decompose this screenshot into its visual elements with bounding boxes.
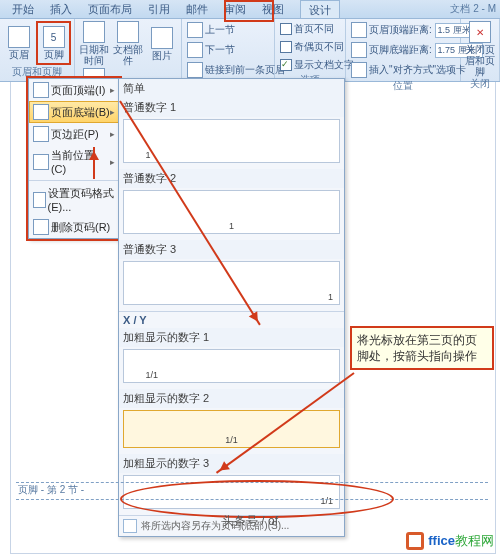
show-doc-text-checkbox[interactable]: 显示文档文字 bbox=[278, 57, 342, 73]
parts-button[interactable]: 文档部件 bbox=[112, 21, 144, 66]
gallery-item-label: 加粗显示的数字 3 bbox=[119, 454, 344, 473]
ribbon: 页眉 5页脚 页眉和页脚 日期和时间 文档部件 图片 剪贴画 插入 上一节 下一… bbox=[0, 19, 500, 82]
menu-current-pos[interactable]: 当前位置(C)▸ bbox=[29, 145, 119, 178]
close-hf-button[interactable]: ✕关闭页眉和页脚 bbox=[464, 21, 496, 77]
calendar-icon bbox=[83, 21, 105, 43]
annotation-arrow bbox=[93, 147, 95, 179]
first-page-diff-checkbox[interactable]: 首页不同 bbox=[278, 21, 342, 37]
header-icon bbox=[8, 26, 30, 48]
checkbox-checked-icon bbox=[280, 59, 292, 71]
checkbox-icon bbox=[280, 41, 292, 53]
page-num-preview: 1 bbox=[229, 221, 234, 231]
header-button[interactable]: 页眉 bbox=[3, 21, 34, 65]
tab-layout[interactable]: 页面布局 bbox=[80, 0, 140, 18]
delete-icon bbox=[33, 219, 49, 235]
prev-icon bbox=[187, 22, 203, 38]
gallery-section-xy: X / Y bbox=[119, 311, 344, 328]
gallery-item-label: 加粗显示的数字 1 bbox=[119, 328, 344, 347]
tab-insert[interactable]: 插入 bbox=[42, 0, 80, 18]
ruler-icon bbox=[351, 22, 367, 38]
gallery-thumb-plain2[interactable]: 1 bbox=[123, 190, 340, 234]
chevron-right-icon: ▸ bbox=[110, 157, 115, 167]
odd-even-diff-checkbox[interactable]: 奇偶页不同 bbox=[278, 39, 342, 55]
ruler-icon bbox=[351, 42, 367, 58]
format-icon bbox=[33, 192, 46, 208]
gallery-thumb-bold1[interactable]: 1/1 bbox=[123, 349, 340, 383]
watermark: ffice教程网 bbox=[406, 532, 494, 550]
separator bbox=[29, 180, 119, 181]
header-dist-field[interactable]: 页眉顶端距离: 1.5 厘米 bbox=[349, 21, 457, 39]
gallery-item-label: 普通数字 2 bbox=[119, 169, 344, 188]
group-header-footer: 页眉和页脚 bbox=[3, 65, 71, 79]
page-margin-icon bbox=[33, 126, 49, 142]
tab-mailings[interactable]: 邮件 bbox=[178, 0, 216, 18]
gallery-thumb-bold2[interactable]: 1/1 bbox=[123, 410, 340, 448]
instruction-callout: 将光标放在第三页的页脚处，按箭头指向操作 bbox=[350, 326, 494, 370]
gallery-item-label: 普通数字 1 bbox=[119, 98, 344, 117]
parts-icon bbox=[117, 21, 139, 43]
page-number-menu: 页面顶端(I)▸ 页面底端(B)▸ 页边距(P)▸ 当前位置(C)▸ 设置页码格… bbox=[28, 78, 120, 239]
tab-home[interactable]: 开始 bbox=[4, 0, 42, 18]
checkbox-icon bbox=[280, 23, 292, 35]
menu-page-bottom[interactable]: 页面底端(B)▸ bbox=[29, 101, 119, 123]
link-prev-button[interactable]: 链接到前一条页眉 bbox=[185, 61, 271, 79]
prev-section-button[interactable]: 上一节 bbox=[185, 21, 271, 39]
group-position: 位置 bbox=[349, 79, 457, 93]
group-close: 关闭 bbox=[464, 77, 496, 91]
byline-text: 头条号 / of bbox=[0, 513, 500, 530]
page-num-preview: 1/1 bbox=[225, 435, 238, 445]
picture-button[interactable]: 图片 bbox=[146, 21, 178, 66]
chevron-right-icon: ▸ bbox=[110, 129, 115, 139]
next-section-button[interactable]: 下一节 bbox=[185, 41, 271, 59]
align-tab-button[interactable]: 插入"对齐方式"选项卡 bbox=[349, 61, 457, 79]
link-icon bbox=[187, 62, 203, 78]
footer-dist-field[interactable]: 页脚底端距离: 1.75 厘米 bbox=[349, 41, 457, 59]
gallery-thumb-plain3[interactable]: 1 bbox=[123, 261, 340, 305]
menu-page-top[interactable]: 页面顶端(I)▸ bbox=[29, 79, 119, 101]
footer-button[interactable]: 5页脚 bbox=[36, 21, 71, 65]
document-title: 文档 2 - M bbox=[450, 2, 496, 16]
tab-design[interactable]: 设计 bbox=[300, 0, 340, 18]
page-bottom-icon bbox=[33, 104, 49, 120]
highlight-design-tab bbox=[224, 0, 274, 22]
next-icon bbox=[187, 42, 203, 58]
gallery-section-simple: 简单 bbox=[119, 79, 344, 98]
page-num-preview: 1 bbox=[328, 292, 333, 302]
chevron-right-icon: ▸ bbox=[110, 85, 115, 95]
tab-icon bbox=[351, 62, 367, 78]
gallery-item-label: 普通数字 3 bbox=[119, 240, 344, 259]
footer-icon: 5 bbox=[43, 26, 65, 48]
chevron-right-icon: ▸ bbox=[110, 107, 115, 117]
picture-icon bbox=[151, 27, 173, 49]
page-top-icon bbox=[33, 82, 49, 98]
cursor-icon bbox=[33, 154, 49, 170]
tab-references[interactable]: 引用 bbox=[140, 0, 178, 18]
datetime-button[interactable]: 日期和时间 bbox=[78, 21, 110, 66]
menu-format-pagenum[interactable]: 设置页码格式(E)... bbox=[29, 183, 119, 216]
close-icon: ✕ bbox=[469, 21, 491, 43]
page-number-gallery: 简单 普通数字 1 1 普通数字 2 1 普通数字 3 1 X / Y 加粗显示… bbox=[118, 78, 345, 537]
office-logo-icon bbox=[406, 532, 424, 550]
menu-remove-pagenum[interactable]: 删除页码(R) bbox=[29, 216, 119, 238]
page-num-preview: 1/1 bbox=[146, 370, 159, 380]
menu-page-margin[interactable]: 页边距(P)▸ bbox=[29, 123, 119, 145]
